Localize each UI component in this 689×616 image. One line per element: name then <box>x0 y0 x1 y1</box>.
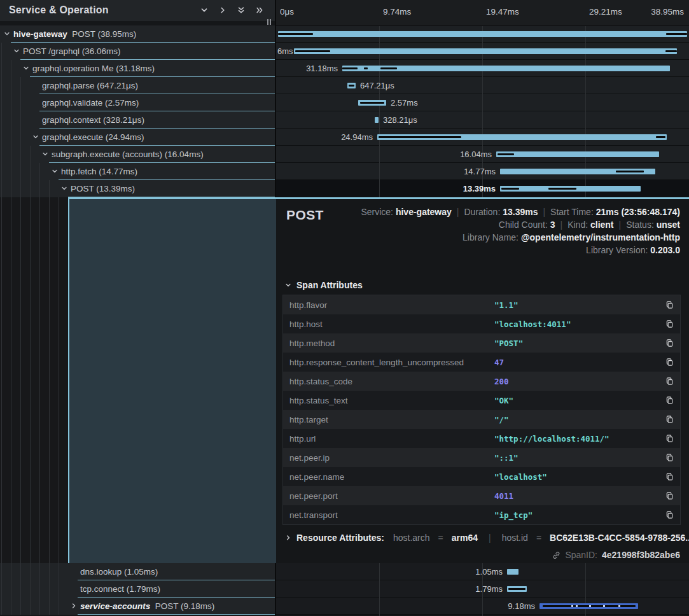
meta-value: hive-gateway <box>396 207 452 217</box>
indent-guide <box>1 43 2 60</box>
span-duration-bar[interactable] <box>377 134 667 140</box>
expand-all-icon[interactable] <box>256 6 263 14</box>
span-name-label: POST /graphql (36.06ms) <box>23 43 121 60</box>
span-tree-row[interactable]: tcp.connect (1.79ms) <box>0 580 275 598</box>
collapse-span-icon[interactable] <box>42 151 48 157</box>
span-tree-row[interactable]: graphql.operation Me (31.18ms) <box>0 60 275 77</box>
span-timeline-row: 6ms <box>276 43 689 60</box>
indent-guide <box>59 563 59 580</box>
indent-guide <box>30 598 31 615</box>
indent-guide <box>11 580 11 598</box>
link-icon[interactable] <box>552 551 560 559</box>
span-timeline-row: 328.21μs <box>276 111 689 129</box>
span-duration-bar[interactable] <box>496 151 659 157</box>
copy-icon[interactable] <box>665 434 674 443</box>
attribute-value: 47 <box>494 358 504 367</box>
copy-icon[interactable] <box>665 396 674 405</box>
collapse-one-icon[interactable] <box>200 6 208 14</box>
collapse-span-icon[interactable] <box>61 185 67 192</box>
collapse-span-icon[interactable] <box>23 65 29 71</box>
span-tree-row[interactable]: graphql.execute (24.94ms) <box>0 129 275 146</box>
span-attributes-toggle[interactable]: Span Attributes <box>285 280 363 290</box>
attribute-value: "OK" <box>494 396 513 405</box>
meta-value: @opentelemetry/instrumentation-http <box>521 232 680 242</box>
span-timeline-row: 24.94ms <box>276 129 689 146</box>
ruler-tick-label: 0μs <box>280 7 294 17</box>
meta-label: Library Version: <box>586 245 650 255</box>
span-tree-row[interactable]: subgraph.execute (accounts) (16.04ms) <box>0 146 275 163</box>
critical-path-segment <box>508 588 525 590</box>
indent-guide <box>39 163 40 180</box>
indent-guide <box>1 163 2 180</box>
indent-guide <box>59 197 59 563</box>
span-duration-label: 6ms <box>277 43 293 60</box>
span-name-label: subgraph.execute (accounts) (16.04ms) <box>52 146 204 163</box>
span-duration-bar[interactable] <box>347 83 356 88</box>
critical-path-segment <box>666 33 687 35</box>
indent-guide <box>39 180 40 197</box>
resource-equals: = <box>438 533 443 543</box>
span-duration-bar[interactable] <box>507 586 527 592</box>
copy-icon[interactable] <box>665 472 674 481</box>
copy-icon[interactable] <box>665 377 674 386</box>
copy-icon[interactable] <box>665 453 674 462</box>
chevron-down-icon <box>285 282 291 288</box>
span-duration-bar[interactable] <box>500 169 655 174</box>
collapse-span-icon[interactable] <box>4 31 10 37</box>
copy-icon[interactable] <box>665 300 674 309</box>
indent-guide <box>1 598 2 615</box>
column-resize-handle[interactable] <box>267 19 271 25</box>
span-tree-row[interactable]: hive-gateway POST (38.95ms) <box>0 25 275 43</box>
meta-label: Kind: <box>567 220 590 230</box>
expand-span-icon[interactable] <box>71 603 77 609</box>
span-tree-row[interactable]: service-accounts POST (9.18ms) <box>0 598 275 615</box>
chevron-right-icon[interactable] <box>285 535 291 541</box>
indent-guide <box>11 77 11 94</box>
indent-guide <box>1 129 2 146</box>
copy-icon[interactable] <box>665 339 674 347</box>
span-duration-bar[interactable] <box>342 66 670 71</box>
indent-guide <box>49 580 50 598</box>
copy-icon[interactable] <box>665 491 674 500</box>
detail-meta-line: Child Count: 3|Kind: client|Status: unse… <box>499 220 680 230</box>
span-tree-row[interactable]: POST (13.39ms) <box>0 180 275 197</box>
span-tree-row[interactable]: graphql.context (328.21μs) <box>0 111 275 129</box>
meta-label: Start Time: <box>550 207 596 217</box>
copy-icon[interactable] <box>665 358 674 367</box>
critical-path-segment <box>364 67 368 69</box>
indent-guide <box>1 563 2 580</box>
expand-one-icon[interactable] <box>219 6 226 14</box>
collapse-span-icon[interactable] <box>32 134 39 140</box>
span-tree-row[interactable]: dns.lookup (1.05ms) <box>0 563 275 580</box>
span-name-label: graphql.validate (2.57ms) <box>42 94 139 111</box>
span-name-label: graphql.parse (647.21μs) <box>42 77 138 94</box>
span-duration-bar[interactable] <box>500 186 641 192</box>
copy-icon[interactable] <box>665 415 674 424</box>
span-tree-row[interactable]: POST /graphql (36.06ms) <box>0 43 275 60</box>
span-row-underline <box>78 614 275 615</box>
span-tree-row[interactable]: graphql.validate (2.57ms) <box>0 94 275 111</box>
span-duration-bar[interactable] <box>539 603 638 609</box>
span-tree-row[interactable]: graphql.parse (647.21μs) <box>0 77 275 94</box>
span-tree-row[interactable]: http.fetch (14.77ms) <box>0 163 275 180</box>
collapse-all-icon[interactable] <box>237 6 245 14</box>
copy-icon[interactable] <box>665 510 674 519</box>
child-span-dot <box>576 605 578 607</box>
collapse-span-icon[interactable] <box>13 48 20 54</box>
span-duration-bar[interactable] <box>278 31 687 37</box>
span-timeline-row: 16.04ms <box>276 146 689 163</box>
indent-guide <box>1 111 2 129</box>
indent-guide <box>1 60 2 77</box>
span-duration-bar[interactable] <box>507 569 518 575</box>
span-duration-bar[interactable] <box>375 117 379 123</box>
span-timeline-row: 9.18ms <box>276 598 689 615</box>
meta-value: unset <box>657 220 680 230</box>
meta-separator: | <box>619 220 622 230</box>
indent-guide <box>11 111 11 129</box>
span-duration-bar[interactable] <box>358 100 386 106</box>
copy-icon[interactable] <box>665 319 674 328</box>
collapse-span-icon[interactable] <box>52 168 58 174</box>
span-duration-label: 24.94ms <box>341 129 373 146</box>
span-name-label: http.fetch (14.77ms) <box>61 163 137 180</box>
span-duration-bar[interactable] <box>294 48 677 54</box>
